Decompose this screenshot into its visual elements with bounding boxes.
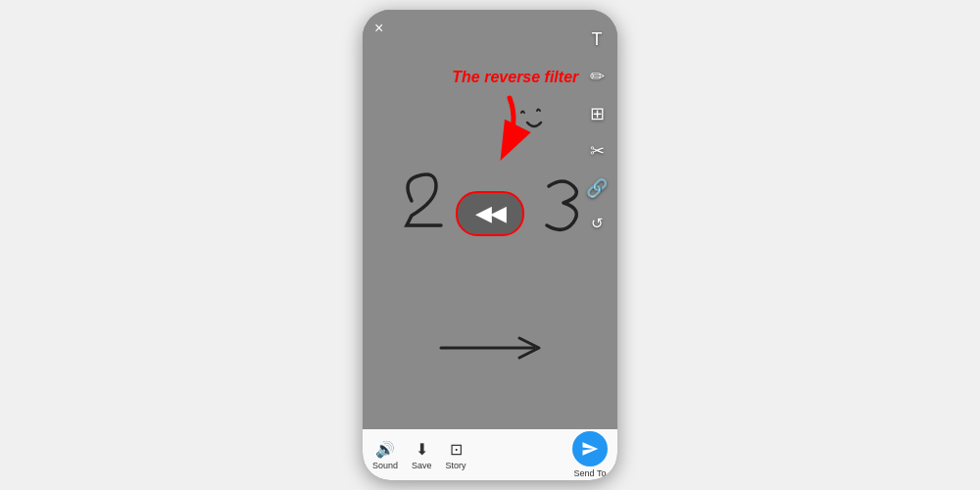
send-to-button[interactable] [572,431,608,466]
right-toolbar: T ✏ ⊞ ✂ 🔗 ↺ [586,29,608,232]
reverse-filter-button[interactable]: ◀◀ [456,191,524,236]
story-label: Story [446,461,466,470]
save-action[interactable]: ⬇ Save [412,440,432,470]
send-to-label: Send To [574,468,607,478]
sound-icon: 🔊 [375,440,395,459]
bottom-bar: 🔊 Sound ⬇ Save ⊡ Story Send To [363,429,617,480]
sound-label: Sound [372,461,398,470]
sound-action[interactable]: 🔊 Sound [372,440,398,470]
rewind-icon: ◀◀ [475,201,505,226]
sticker-tool-icon[interactable]: ⊞ [590,103,605,124]
close-button[interactable]: × [374,20,383,37]
story-icon: ⊡ [450,440,463,459]
phone-frame: × T ✏ ⊞ ✂ 🔗 ↺ The reverse filter ◀◀ 🔊 So… [363,10,617,480]
send-to-wrapper[interactable]: Send To [572,431,608,478]
link-tool-icon[interactable]: 🔗 [586,177,608,199]
save-icon: ⬇ [416,440,428,459]
annotation-text: The reverse filter [452,69,578,86]
send-icon [581,440,599,458]
scissors-tool-icon[interactable]: ✂ [590,140,605,162]
draw-tool-icon[interactable]: ✏ [590,66,605,87]
bottom-actions: 🔊 Sound ⬇ Save ⊡ Story [372,440,466,470]
timer-tool-icon[interactable]: ↺ [591,215,604,232]
save-label: Save [412,461,432,470]
text-tool-icon[interactable]: T [592,29,603,50]
story-action[interactable]: ⊡ Story [446,440,466,470]
